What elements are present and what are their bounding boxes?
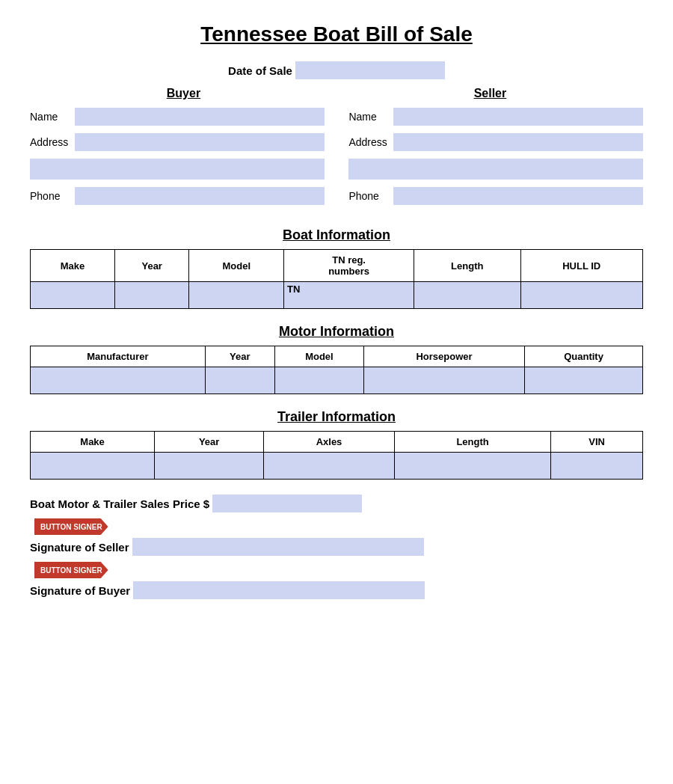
trailer-col-make: Make <box>31 432 155 453</box>
motor-col-model: Model <box>274 346 363 367</box>
seller-heading: Seller <box>474 87 507 100</box>
buyer-heading: Buyer <box>167 87 200 100</box>
trailer-col-length: Length <box>394 432 550 453</box>
buyer-address-input[interactable] <box>75 133 325 151</box>
motor-year-input[interactable] <box>206 367 274 393</box>
trailer-row <box>31 453 643 480</box>
buyer-sign-button[interactable]: BUTTON SIGNER <box>34 562 108 578</box>
motor-table: Manufacturer Year Model Horsepower Quant… <box>30 346 643 394</box>
buyer-address-extra-input[interactable] <box>30 159 325 180</box>
page-title: Tennessee Boat Bill of Sale <box>30 22 643 46</box>
seller-address-input[interactable] <box>393 133 643 151</box>
seller-address-extra-input[interactable] <box>348 159 643 180</box>
trailer-vin-input[interactable] <box>551 453 642 479</box>
seller-column: Name Address Phone <box>348 108 643 212</box>
boat-col-length: Length <box>414 250 520 282</box>
trailer-info-title: Trailer Information <box>30 409 643 425</box>
trailer-col-year: Year <box>155 432 264 453</box>
bottom-section: Boat Motor & Trailer Sales Price $ BUTTO… <box>30 494 643 599</box>
buyer-sig-label: Signature of Buyer <box>30 584 130 597</box>
boat-table: Make Year Model TN reg.numbers Length HU… <box>30 249 643 309</box>
boat-tn-reg-input[interactable]: TN <box>284 282 414 308</box>
boat-col-year: Year <box>115 250 189 282</box>
motor-col-manufacturer: Manufacturer <box>31 346 206 367</box>
seller-name-label: Name <box>348 111 393 123</box>
trailer-make-input[interactable] <box>31 453 154 479</box>
seller-phone-label: Phone <box>348 190 393 202</box>
boat-year-input[interactable] <box>115 282 188 308</box>
motor-manufacturer-input[interactable] <box>31 367 205 393</box>
boat-make-input[interactable] <box>31 282 114 308</box>
seller-address-label: Address <box>348 136 393 148</box>
boat-col-tn-reg: TN reg.numbers <box>284 250 414 282</box>
boat-col-hull-id: HULL ID <box>520 250 643 282</box>
buyer-name-label: Name <box>30 111 75 123</box>
date-label: Date of Sale <box>228 64 292 77</box>
seller-sign-button[interactable]: BUTTON SIGNER <box>34 518 108 535</box>
motor-row <box>31 367 643 394</box>
price-label: Boat Motor & Trailer Sales Price $ <box>30 497 209 510</box>
trailer-axles-input[interactable] <box>264 453 394 479</box>
trailer-year-input[interactable] <box>155 453 263 479</box>
boat-length-input[interactable] <box>414 282 520 308</box>
buyer-phone-label: Phone <box>30 190 75 202</box>
seller-sig-input[interactable] <box>132 538 424 556</box>
boat-info-title: Boat Information <box>30 227 643 243</box>
boat-model-input[interactable] <box>189 282 283 308</box>
motor-quantity-input[interactable] <box>525 367 642 393</box>
seller-sig-label: Signature of Seller <box>30 541 129 554</box>
seller-name-input[interactable] <box>393 108 643 126</box>
trailer-table: Make Year Axles Length VIN <box>30 431 643 480</box>
buyer-sig-input[interactable] <box>133 581 425 599</box>
trailer-col-vin: VIN <box>551 432 643 453</box>
date-input[interactable] <box>295 61 445 79</box>
trailer-length-input[interactable] <box>395 453 550 479</box>
seller-phone-input[interactable] <box>393 187 643 205</box>
boat-hull-id-input[interactable] <box>521 282 643 308</box>
boat-col-make: Make <box>31 250 115 282</box>
motor-col-quantity: Quantity <box>525 346 643 367</box>
boat-col-model: Model <box>189 250 284 282</box>
price-input[interactable] <box>212 494 362 512</box>
trailer-col-axles: Axles <box>264 432 395 453</box>
motor-col-horsepower: Horsepower <box>363 346 524 367</box>
buyer-address-label: Address <box>30 136 75 148</box>
buyer-column: Name Address Phone <box>30 108 325 212</box>
motor-info-title: Motor Information <box>30 324 643 340</box>
motor-model-input[interactable] <box>275 367 363 393</box>
buyer-phone-input[interactable] <box>75 187 325 205</box>
buyer-name-input[interactable] <box>75 108 325 126</box>
motor-horsepower-input[interactable] <box>364 367 524 393</box>
boat-row: TN <box>31 282 643 309</box>
motor-col-year: Year <box>205 346 274 367</box>
